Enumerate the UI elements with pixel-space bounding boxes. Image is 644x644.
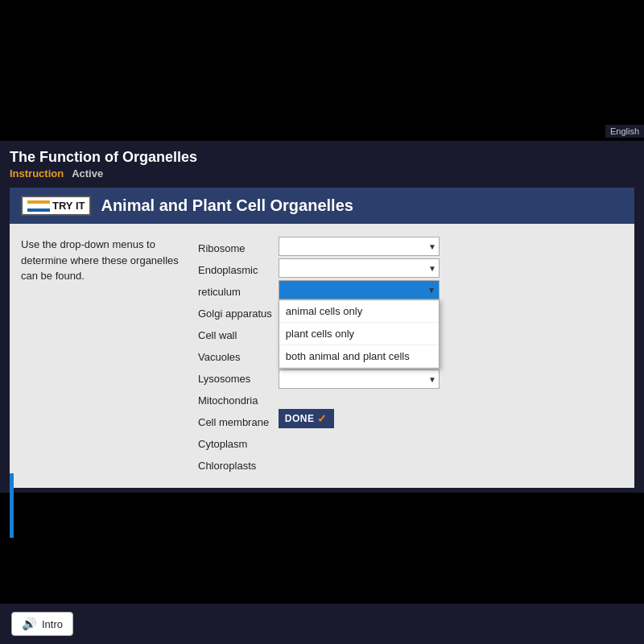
dropdown-ribosome: animal cells only plant cells only both … bbox=[279, 237, 440, 256]
top-black-area: English bbox=[0, 0, 644, 141]
select-endoplasmic[interactable]: animal cells only plant cells only both … bbox=[279, 258, 440, 278]
option-plant-cells[interactable]: plant cells only bbox=[279, 323, 439, 345]
option-animal-cells[interactable]: animal cells only bbox=[279, 300, 439, 323]
card-body: Use the drop-down menus to determine whe… bbox=[10, 224, 634, 488]
organelle-golgi: Golgi apparatus bbox=[198, 303, 272, 323]
dropdown-endoplasmic: animal cells only plant cells only both … bbox=[279, 258, 440, 278]
main-content: The Function of Organelles Instruction A… bbox=[0, 141, 644, 493]
organelle-endoplasmic: Endoplasmic bbox=[198, 260, 272, 279]
white-stripe bbox=[27, 204, 50, 208]
instruction-text: Use the drop-down menus to determine whe… bbox=[21, 237, 182, 475]
page-title: The Function of Organelles bbox=[10, 149, 634, 166]
card-header-title: Animal and Plant Cell Organelles bbox=[101, 196, 353, 215]
left-accent bbox=[10, 473, 14, 538]
content-card: TRY IT Animal and Plant Cell Organelles … bbox=[10, 188, 634, 488]
card-header: TRY IT Animal and Plant Cell Organelles bbox=[10, 188, 634, 224]
golgi-dropdown-menu: animal cells only plant cells only both … bbox=[279, 299, 440, 369]
intro-button[interactable]: 🔊 Intro bbox=[11, 612, 73, 636]
organelle-cellmembrane: Cell membrane bbox=[198, 412, 272, 431]
intro-label: Intro bbox=[42, 618, 63, 630]
english-label: English bbox=[605, 125, 644, 138]
try-it-badge: TRY IT bbox=[21, 196, 91, 216]
done-wrapper: DONE ✓ bbox=[279, 398, 440, 428]
done-label: DONE bbox=[285, 413, 315, 424]
organelle-cytoplasm: Cytoplasm bbox=[198, 434, 272, 453]
dropdown-golgi-open[interactable]: ▼ animal cells only plant cells only bot… bbox=[279, 280, 440, 299]
organelle-reticulum: reticulum bbox=[198, 282, 272, 301]
done-button[interactable]: DONE ✓ bbox=[279, 409, 334, 428]
organelle-cellwall: Cell wall bbox=[198, 325, 272, 345]
golgi-trigger[interactable]: ▼ bbox=[279, 280, 440, 299]
organelles-section: Ribosome Endoplasmic reticulum Golgi app… bbox=[198, 237, 623, 475]
organelle-lysosomes: Lysosomes bbox=[198, 369, 272, 388]
breadcrumb-active: Active bbox=[72, 167, 103, 180]
blue-stripe bbox=[27, 208, 50, 212]
breadcrumb: Instruction Active bbox=[10, 167, 634, 180]
organelle-labels: Ribosome Endoplasmic reticulum Golgi app… bbox=[198, 237, 272, 475]
organelle-ribosome: Ribosome bbox=[198, 238, 272, 258]
dropdowns-column: animal cells only plant cells only both … bbox=[279, 237, 440, 475]
select-ribosome[interactable]: animal cells only plant cells only both … bbox=[279, 237, 440, 256]
speaker-icon: 🔊 bbox=[22, 617, 37, 631]
option-both-cells[interactable]: both animal and plant cells bbox=[279, 345, 439, 368]
organelle-mitochondria: Mitochondria bbox=[198, 390, 272, 410]
golgi-arrow-icon: ▼ bbox=[427, 286, 436, 295]
organelle-vacuoles: Vacuoles bbox=[198, 347, 272, 366]
dropdown-cellwall-spacer: animal cells only plant cells only both … bbox=[279, 369, 440, 389]
try-it-stripes bbox=[27, 200, 50, 212]
select-chloroplasts[interactable]: animal cells only plant cells only both … bbox=[279, 369, 440, 389]
breadcrumb-instruction[interactable]: Instruction bbox=[10, 167, 64, 180]
organelle-chloroplasts: Chloroplasts bbox=[198, 456, 272, 475]
bottom-bar: 🔊 Intro bbox=[0, 604, 644, 644]
dropdown-chloroplasts: animal cells only plant cells only both … bbox=[279, 369, 440, 389]
done-check-icon: ✓ bbox=[317, 412, 328, 425]
orange-stripe bbox=[27, 200, 50, 204]
try-it-text: TRY IT bbox=[52, 200, 85, 212]
